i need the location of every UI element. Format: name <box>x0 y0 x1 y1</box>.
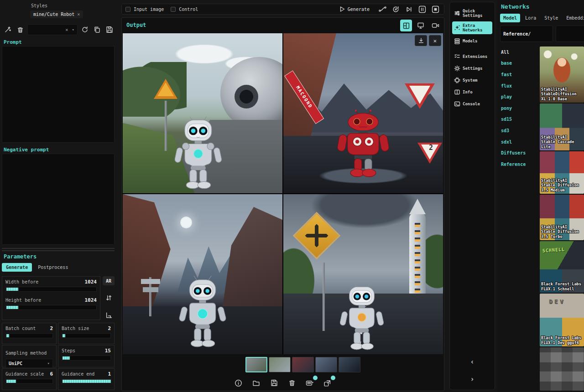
copy-style-button[interactable] <box>92 25 102 35</box>
delete-image-button[interactable] <box>286 377 298 389</box>
close-image-button[interactable]: × <box>429 35 441 46</box>
guidance-end-slider[interactable] <box>62 379 111 384</box>
nav-item-extensions[interactable]: Extensions <box>452 52 492 62</box>
steps-slider[interactable] <box>62 356 111 361</box>
nav-item-info[interactable]: Info <box>452 87 492 97</box>
tab-lora[interactable]: Lora <box>522 14 539 22</box>
generate-button[interactable]: Generate <box>339 6 370 12</box>
nav-item-settings[interactable]: Settings <box>452 63 492 73</box>
batch-count-slider[interactable] <box>5 333 53 338</box>
output-image-4[interactable] <box>283 194 443 354</box>
output-image-2[interactable]: MACOOND 2 <box>283 33 443 193</box>
width-slider[interactable] <box>5 287 97 292</box>
image-info-button[interactable] <box>233 377 245 389</box>
sampling-method-select[interactable]: UniPC ▾ <box>5 359 53 368</box>
guidance-end-value[interactable]: 1 <box>108 371 111 377</box>
folder-base[interactable]: base <box>501 58 526 69</box>
folder-reference[interactable]: Reference <box>501 159 526 170</box>
prompt-input[interactable] <box>2 46 115 143</box>
monitor-icon <box>417 22 424 29</box>
output-image-1[interactable] <box>123 33 282 193</box>
folder-fast[interactable]: fast <box>501 69 526 80</box>
open-folder-button[interactable] <box>250 377 262 389</box>
apply-styles-button[interactable] <box>3 25 13 35</box>
batch-size-value[interactable]: 2 <box>108 325 111 331</box>
nav-item-extra-networks[interactable]: Extra Networks <box>452 21 492 34</box>
input-image-checkbox[interactable] <box>125 7 130 12</box>
folder-play[interactable]: play <box>501 91 526 103</box>
tab-model[interactable]: Model <box>500 14 520 22</box>
model-card-6[interactable]: DEV Black Forest Labs FLUX.1 Dev gguf4 <box>540 294 584 346</box>
tab-embedding[interactable]: Embedding <box>563 14 584 22</box>
batch-size-slider[interactable] <box>62 333 111 338</box>
tab-style[interactable]: Style <box>541 14 561 22</box>
pause-button[interactable] <box>417 4 427 14</box>
guidance-scale-slider[interactable] <box>5 379 53 384</box>
chevron-left-button[interactable]: ‹ <box>450 358 495 366</box>
thumbnail-2[interactable] <box>269 357 291 372</box>
height-value[interactable]: 1024 <box>85 297 97 303</box>
select-clear-icon[interactable]: × <box>65 27 68 33</box>
folder-sd3[interactable]: sd3 <box>501 125 526 136</box>
nav-label: Settings <box>463 66 482 71</box>
network-search-input[interactable] <box>500 26 553 42</box>
download-image-button[interactable] <box>415 35 427 46</box>
control-checkbox[interactable] <box>171 7 176 12</box>
thumbnail-1[interactable] <box>245 357 267 372</box>
view-gallery-button[interactable] <box>400 20 412 31</box>
model-card-3[interactable]: StabilityAI Stable Diffusion 3.5 Medium <box>540 151 584 194</box>
chevron-right-button[interactable]: › <box>450 375 495 383</box>
view-video-button[interactable] <box>429 20 441 31</box>
model-card-1[interactable]: StabilityAI StableDiffusion XL 1.0 Base <box>540 46 584 103</box>
save-style-button[interactable] <box>104 25 115 35</box>
folder-sd15[interactable]: sd15 <box>501 114 526 125</box>
resize-corner-button[interactable] <box>104 310 114 320</box>
aspect-ratio-button[interactable]: AR <box>103 276 115 285</box>
send-to-process-button[interactable] <box>322 377 334 389</box>
network-description-box[interactable] <box>556 26 584 42</box>
nav-item-quick-settings[interactable]: Quick Settings <box>452 7 492 20</box>
model-card-5[interactable]: SCHNELL Black Forest Labs FLUX.1 Schnell <box>540 241 584 293</box>
steps-value[interactable]: 15 <box>105 348 111 354</box>
skip-button[interactable] <box>404 4 414 14</box>
thumbnail-3[interactable] <box>292 357 314 372</box>
folder-pony[interactable]: pony <box>501 103 526 114</box>
folder-diffusers[interactable]: Diffusers <box>501 147 526 159</box>
swap-dimensions-button[interactable] <box>104 293 114 303</box>
folder-all[interactable]: All <box>501 46 526 58</box>
caret-down-icon: ▾ <box>72 27 74 32</box>
negative-prompt-input[interactable] <box>2 154 115 245</box>
loop-button[interactable] <box>377 4 387 14</box>
view-image-button[interactable] <box>415 20 427 31</box>
guidance-scale-value[interactable]: 6 <box>50 371 53 377</box>
thumbnail-4[interactable] <box>315 357 337 372</box>
tab-generate[interactable]: Generate <box>2 263 32 272</box>
parameters-title: Parameters <box>4 253 36 260</box>
nav-item-models[interactable]: Models <box>452 36 492 46</box>
style-chip[interactable]: mine/Cute Robot × <box>30 10 83 18</box>
send-to-control-button[interactable] <box>304 377 316 389</box>
thumbnail-5[interactable] <box>339 357 360 372</box>
output-image-3[interactable] <box>123 194 282 354</box>
nav-item-system[interactable]: System <box>452 75 492 85</box>
reprocess-button[interactable] <box>391 4 401 14</box>
save-image-button[interactable] <box>268 377 280 389</box>
tab-postprocess[interactable]: Postprocess <box>34 263 72 272</box>
model-card-7[interactable] <box>540 347 584 391</box>
folder-sdxl[interactable]: sdxl <box>501 136 526 148</box>
height-slider[interactable] <box>5 305 97 310</box>
loop-icon <box>378 5 387 13</box>
refresh-styles-button[interactable] <box>80 25 90 35</box>
batch-count-value[interactable]: 2 <box>50 325 53 331</box>
style-select[interactable]: × ▾ <box>27 24 78 35</box>
folder-flux[interactable]: flux <box>501 80 526 92</box>
nav-item-console[interactable]: Console <box>452 99 492 109</box>
chip-close-icon[interactable]: × <box>77 12 80 17</box>
panel-resize-handle[interactable] <box>2 248 115 251</box>
stop-button[interactable] <box>430 4 440 14</box>
trash-icon <box>288 379 296 387</box>
model-card-4[interactable]: StabilityAI Stable Diffusion 3.5 Turbo <box>540 195 584 240</box>
delete-style-button[interactable] <box>15 25 25 35</box>
model-card-2[interactable]: StabilityAI Stable Cascade Lite <box>540 103 584 150</box>
width-value[interactable]: 1024 <box>85 279 97 285</box>
